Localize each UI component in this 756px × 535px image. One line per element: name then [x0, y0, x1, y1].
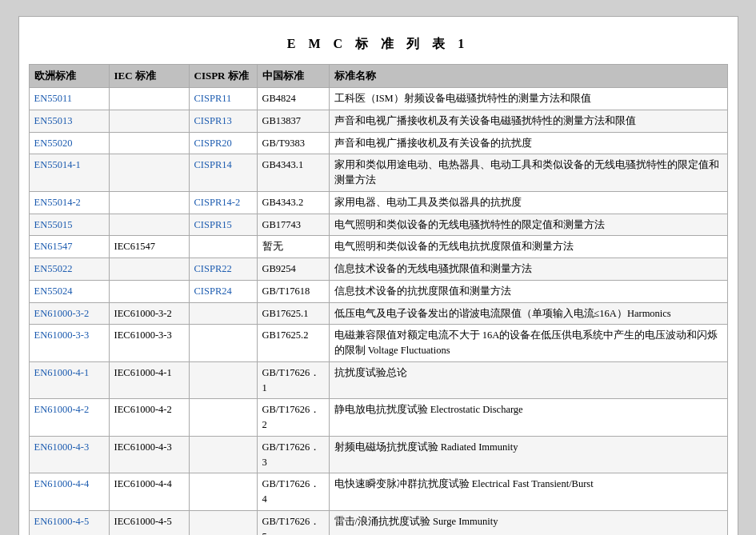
cell-name: 信息技术设备的抗扰度限值和测量方法: [329, 280, 727, 302]
cell-eu: EN61000-3-2: [29, 302, 109, 325]
cell-eu: EN61000-3-3: [29, 325, 109, 362]
cell-eu: EN61547: [29, 236, 109, 258]
cell-cispr: CISPR15: [189, 214, 257, 236]
table-row: EN55014-1CISPR14GB4343.1家用和类似用途电动、电热器具、电…: [29, 154, 727, 192]
cell-name: 电快速瞬变脉冲群抗扰度试验 Electrical Fast Transient/…: [329, 473, 727, 511]
table-row: EN55024CISPR24GB/T17618信息技术设备的抗扰度限值和测量方法: [29, 280, 727, 302]
cell-cn: GB/T17626．3: [257, 436, 329, 473]
table-row: EN61000-4-4IEC61000-4-4GB/T17626．4电快速瞬变脉…: [29, 473, 727, 511]
cell-iec: [109, 258, 189, 281]
cell-iec: [109, 132, 189, 154]
cell-name: 声音和电视广播接收机及有关设备的抗扰度: [329, 132, 727, 154]
cell-name: 抗扰度试验总论: [329, 361, 727, 399]
cell-iec: IEC61000-4-1: [109, 361, 189, 399]
cell-eu: EN55011: [29, 88, 109, 110]
header-iec: IEC 标准: [109, 65, 189, 88]
cell-cispr: CISPR22: [189, 258, 257, 281]
cell-name: 工科医（ISM）射频设备电磁骚扰特性的测量方法和限值: [329, 88, 727, 110]
cell-eu: EN55013: [29, 110, 109, 132]
table-row: EN61000-4-3IEC61000-4-3GB/T17626．3射频电磁场抗…: [29, 436, 727, 473]
cell-iec: IEC61000-4-5: [109, 510, 189, 535]
header-cispr: CISPR 标准: [189, 65, 257, 88]
cell-eu: EN61000-4-2: [29, 399, 109, 437]
cell-cispr: CISPR24: [189, 280, 257, 302]
cell-cn: GB/T17626．5: [257, 510, 329, 535]
table-row: EN55020CISPR20GB/T9383声音和电视广播接收机及有关设备的抗扰…: [29, 132, 727, 154]
table-row: EN61000-4-2IEC61000-4-2GB/T17626．2静电放电抗扰…: [29, 399, 727, 437]
cell-eu: EN61000-4-4: [29, 473, 109, 511]
cell-name: 家用和类似用途电动、电热器具、电动工具和类似设备的无线电骚扰特性的限定值和测量方…: [329, 154, 727, 192]
cell-cispr: CISPR14: [189, 154, 257, 192]
cell-cn: GB17625.2: [257, 325, 329, 362]
cell-cn: GB17743: [257, 214, 329, 236]
table-row: EN55015CISPR15GB17743电气照明和类似设备的无线电骚扰特性的限…: [29, 214, 727, 236]
cell-iec: IEC61000-3-3: [109, 325, 189, 362]
cell-cispr: CISPR20: [189, 132, 257, 154]
cell-cn: GB4343.1: [257, 154, 329, 192]
table-row: EN61547IEC61547暂无电气照明和类似设备的无线电抗扰度限值和测量方法: [29, 236, 727, 258]
cell-eu: EN61000-4-1: [29, 361, 109, 399]
table-row: EN61000-4-5IEC61000-4-5GB/T17626．5雷击/浪涌抗…: [29, 510, 727, 535]
cell-eu: EN55014-2: [29, 191, 109, 214]
cell-iec: IEC61547: [109, 236, 189, 258]
cell-name: 射频电磁场抗扰度试验 Radiated Immunity: [329, 436, 727, 473]
cell-iec: IEC61000-4-4: [109, 473, 189, 511]
cell-cn: GB13837: [257, 110, 329, 132]
cell-name: 信息技术设备的无线电骚扰限值和测量方法: [329, 258, 727, 281]
cell-iec: IEC61000-3-2: [109, 302, 189, 325]
cell-eu: EN61000-4-3: [29, 436, 109, 473]
cell-eu: EN55015: [29, 214, 109, 236]
cell-eu: EN55022: [29, 258, 109, 281]
cell-name: 电气照明和类似设备的无线电骚扰特性的限定值和测量方法: [329, 214, 727, 236]
cell-eu: EN55020: [29, 132, 109, 154]
cell-cn: GB4343.2: [257, 191, 329, 214]
cell-cn: GB/T17626．4: [257, 473, 329, 511]
header-name: 标准名称: [329, 65, 727, 88]
table-row: EN61000-4-1IEC61000-4-1GB/T17626．1抗扰度试验总…: [29, 361, 727, 399]
cell-cispr: [189, 302, 257, 325]
cell-name: 电磁兼容限值对额定电流不大于 16A的设备在低压供电系统中产生的电压波动和闪烁的…: [329, 325, 727, 362]
cell-iec: IEC61000-4-2: [109, 399, 189, 437]
cell-iec: [109, 214, 189, 236]
cell-iec: [109, 280, 189, 302]
cell-cn: GB/T9383: [257, 132, 329, 154]
cell-cispr: [189, 436, 257, 473]
cell-iec: IEC61000-4-3: [109, 436, 189, 473]
cell-cispr: [189, 236, 257, 258]
cell-name: 静电放电抗扰度试验 Electrostatic Discharge: [329, 399, 727, 437]
table-row: EN55011CISPR11GB4824工科医（ISM）射频设备电磁骚扰特性的测…: [29, 88, 727, 110]
cell-name: 低压电气及电子设备发出的谐波电流限值（单项输入电流≤16A）Harmonics: [329, 302, 727, 325]
cell-iec: [109, 154, 189, 192]
cell-cispr: CISPR11: [189, 88, 257, 110]
table-row: EN55013CISPR13GB13837声音和电视广播接收机及有关设备电磁骚扰…: [29, 110, 727, 132]
table-row: EN55014-2CISPR14-2GB4343.2家用电器、电动工具及类似器具…: [29, 191, 727, 214]
cell-cn: GB/T17626．2: [257, 399, 329, 437]
cell-name: 声音和电视广播接收机及有关设备电磁骚扰特性的测量方法和限值: [329, 110, 727, 132]
cell-iec: [109, 110, 189, 132]
cell-cispr: [189, 510, 257, 535]
cell-eu: EN55024: [29, 280, 109, 302]
table-title: E M C 标 准 列 表 1: [29, 26, 728, 64]
cell-cn: 暂无: [257, 236, 329, 258]
cell-cispr: [189, 473, 257, 511]
cell-eu: EN55014-1: [29, 154, 109, 192]
cell-cn: GB9254: [257, 258, 329, 281]
cell-cispr: [189, 361, 257, 399]
cell-cispr: [189, 325, 257, 362]
cell-name: 家用电器、电动工具及类似器具的抗扰度: [329, 191, 727, 214]
header-cn: 中国标准: [257, 65, 329, 88]
cell-cispr: [189, 399, 257, 437]
cell-iec: [109, 88, 189, 110]
cell-cn: GB/T17626．1: [257, 361, 329, 399]
cell-eu: EN61000-4-5: [29, 510, 109, 535]
header-eu: 欧洲标准: [29, 65, 109, 88]
table-row: EN55022CISPR22GB9254信息技术设备的无线电骚扰限值和测量方法: [29, 258, 727, 281]
cell-cn: GB17625.1: [257, 302, 329, 325]
table-header-row: 欧洲标准 IEC 标准 CISPR 标准 中国标准 标准名称: [29, 65, 727, 88]
cell-name: 雷击/浪涌抗扰度试验 Surge Immunity: [329, 510, 727, 535]
cell-cn: GB/T17618: [257, 280, 329, 302]
cell-name: 电气照明和类似设备的无线电抗扰度限值和测量方法: [329, 236, 727, 258]
cell-iec: [109, 191, 189, 214]
page-container: E M C 标 准 列 表 1 欧洲标准 IEC 标准 CISPR 标准 中国标…: [18, 16, 738, 535]
table-row: EN61000-3-2IEC61000-3-2GB17625.1低压电气及电子设…: [29, 302, 727, 325]
